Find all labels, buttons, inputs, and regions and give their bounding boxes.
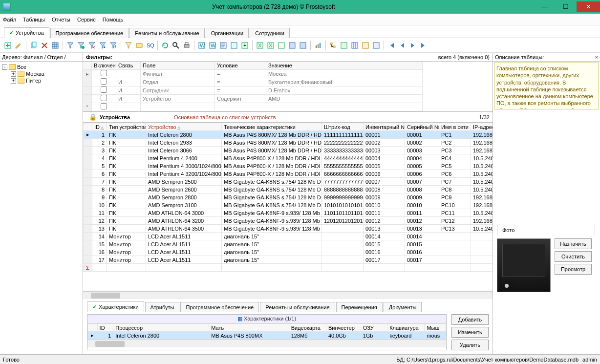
table-row[interactable]: 16МониторLCD Acer AL1511диагональ 15"000…	[84, 248, 493, 256]
delete-icon[interactable]	[40, 41, 49, 50]
add-icon[interactable]	[3, 41, 13, 50]
import-icon[interactable]	[240, 41, 250, 50]
sql-icon[interactable]: SQL	[145, 41, 155, 50]
dtab-docs[interactable]: Документы	[384, 302, 422, 312]
table-row[interactable]: 7ПКAMD Sempron 2500MB Gigabyte GA-K8NS s…	[84, 178, 493, 186]
table-row[interactable]: 11ПКAMD ATHLON-64 3000MB Gigabyte GA-K8N…	[84, 209, 493, 217]
tab-devices[interactable]: ✔Устройства	[4, 27, 49, 38]
col-header[interactable]: Клавиатура	[387, 324, 425, 332]
settings-icon[interactable]	[361, 41, 370, 50]
table-row[interactable]: 3ПКIntel Celeron 3066MB Asus P4S 800MX/ …	[84, 147, 493, 154]
export-html-icon[interactable]	[229, 41, 239, 50]
grid-edit-icon[interactable]	[50, 41, 60, 50]
close-button[interactable]: ✕	[577, 1, 600, 12]
export-dbf-icon[interactable]	[287, 41, 297, 50]
col-header[interactable]: Видеокарта	[289, 324, 326, 332]
table-row[interactable]: 10ПКAMD Sempron 3100MB Gigabyte GA-K8NS …	[84, 201, 493, 209]
table-row[interactable]: 2ПКIntel Celeron 2933MB Asus P4S 800MX/ …	[84, 139, 493, 147]
edit-icon[interactable]	[14, 41, 23, 50]
dtab-repairs[interactable]: Ремонты и обслуживание	[260, 302, 335, 312]
expand-icon[interactable]: −	[2, 64, 7, 70]
col-header[interactable]: Устройство	[146, 123, 222, 131]
export-word-icon[interactable]: W	[197, 41, 207, 50]
dtab-moves[interactable]: Перемещения	[336, 302, 383, 312]
col-header[interactable]: Серийный №	[405, 123, 439, 131]
chart-icon[interactable]	[313, 41, 323, 50]
filter-enable-check[interactable]	[101, 70, 107, 76]
dtab-characteristics[interactable]: ✔Характеристики	[87, 301, 144, 312]
filter-up-icon[interactable]	[108, 41, 118, 50]
table-row[interactable]: 17МониторLCD Acer AL1511диагональ 15"000…	[84, 256, 493, 264]
filter-save-icon[interactable]	[76, 41, 86, 50]
export-text-icon[interactable]	[218, 41, 228, 50]
col-header[interactable]: Процессор	[113, 324, 209, 332]
table-row[interactable]: 12ПКAMD ATHLON-64 3200MB Gigabyte GA-K8N…	[84, 217, 493, 225]
tree-node-moscow[interactable]: + Москва	[2, 70, 81, 77]
tab-photo[interactable]: Фото	[497, 225, 595, 235]
filter-enable-check[interactable]	[101, 95, 107, 101]
filter-down-icon[interactable]	[98, 41, 107, 50]
fields-icon[interactable]	[371, 41, 381, 50]
export-word2-icon[interactable]: W	[208, 41, 217, 50]
col-header[interactable]: ID	[92, 123, 107, 131]
export-excel2-icon[interactable]: X	[266, 41, 276, 50]
dtab-software[interactable]: Программное обеспечение	[180, 302, 259, 312]
main-grid[interactable]: IDТип устройстваУстройствоТехнические ха…	[83, 123, 493, 291]
filter-clear-icon[interactable]	[87, 41, 97, 50]
refresh-icon[interactable]	[160, 41, 170, 50]
detail-grid[interactable]: ▦ Характеристики (1/1) IDПроцессорМатьВи…	[87, 314, 447, 350]
col-header[interactable]: Имя в сети	[439, 123, 471, 131]
export-csv-icon[interactable]	[277, 41, 286, 50]
col-header[interactable]: Винчестер	[326, 324, 361, 332]
tree-node-piter[interactable]: + Питер	[2, 77, 81, 84]
filter-row[interactable]: ИСотрудник=D.Ershov	[83, 86, 493, 95]
export-excel-icon[interactable]: X	[255, 41, 265, 50]
print-icon[interactable]	[182, 41, 192, 50]
detail-delete-button[interactable]: Удалить	[451, 340, 489, 350]
table-row[interactable]: ▸1ПКIntel Celeron 2800MB Asus P4S 800MX/…	[84, 131, 493, 139]
filters-new-row[interactable]: *	[83, 103, 493, 111]
table-row[interactable]: 6ПКIntel Pentium 4 3200/1024/800MB Asus …	[84, 170, 493, 178]
col-header[interactable]: Мать	[209, 324, 289, 332]
dtab-attributes[interactable]: Атрибуты	[145, 302, 180, 312]
table-row[interactable]: 13ПКAMD ATHLON-64 3500MB Gigabyte GA-K8N…	[84, 225, 493, 233]
table-row[interactable]: 4ПКIntel Pentium 4 2400MB Asus P4P800-X …	[84, 154, 493, 162]
detail-hscrollbar[interactable]	[87, 340, 446, 347]
menu-service[interactable]: Сервис	[77, 17, 96, 22]
detail-add-button[interactable]: Добавить	[451, 314, 489, 325]
filter-alt-icon[interactable]	[124, 41, 133, 50]
table-row[interactable]: 9ПКAMD Sempron 2800MB Gigabyte GA-K8NS s…	[84, 193, 493, 201]
tree-icon[interactable]	[328, 41, 338, 50]
minimize-button[interactable]: —	[534, 1, 555, 12]
detail-row[interactable]: ▸ 1 Intel Celeron 2800 MB Asus P4S 800MX…	[88, 332, 446, 340]
table-row[interactable]: 14МониторLCD Acer AL1511диагональ 15"000…	[84, 233, 493, 240]
expand-icon[interactable]: +	[11, 71, 16, 77]
maximize-button[interactable]: ☐	[555, 1, 577, 12]
columns-icon[interactable]	[350, 41, 360, 50]
col-header[interactable]: Мыш	[425, 324, 446, 332]
filter-row[interactable]: ИОтдел=Бухгалтерия;Финансовый	[83, 78, 493, 86]
filter-icon[interactable]	[65, 41, 75, 50]
grid-hscrollbar[interactable]	[83, 291, 493, 299]
tab-repairs[interactable]: Ремонты и обслуживание	[129, 28, 204, 38]
photo-clear-button[interactable]: Очистить	[555, 251, 592, 262]
filter-enable-check[interactable]	[101, 86, 107, 93]
menu-reports[interactable]: Отчеты	[52, 17, 70, 22]
photo-view-button[interactable]: Просмотр	[555, 264, 592, 275]
nav-prev-icon[interactable]	[397, 41, 407, 50]
table-row[interactable]: 8ПКAMD Sempron 2600MB Gigabyte GA-K8NS s…	[84, 186, 493, 193]
filter-enable-check[interactable]	[101, 103, 107, 109]
nav-first-icon[interactable]	[386, 41, 396, 50]
copy-icon[interactable]	[29, 41, 39, 50]
col-header[interactable]: Тип устройства	[107, 123, 146, 131]
col-header[interactable]: ОЗУ	[361, 324, 387, 332]
group-icon[interactable]	[339, 41, 349, 50]
photo-assign-button[interactable]: Назначить	[555, 238, 592, 249]
table-row[interactable]: 5ПКIntel Pentium 4 3000/1024/800MB Asus …	[84, 162, 493, 170]
tab-staff[interactable]: Сотрудники	[250, 28, 290, 38]
table-row[interactable]: 15МониторLCD Acer AL1511диагональ 15"000…	[84, 240, 493, 248]
col-header[interactable]: ID	[97, 324, 113, 332]
filter-row[interactable]: ▸Филиал=Москва	[83, 70, 493, 78]
tab-orgs[interactable]: Организации	[206, 28, 249, 38]
expand-icon[interactable]: +	[11, 78, 16, 84]
